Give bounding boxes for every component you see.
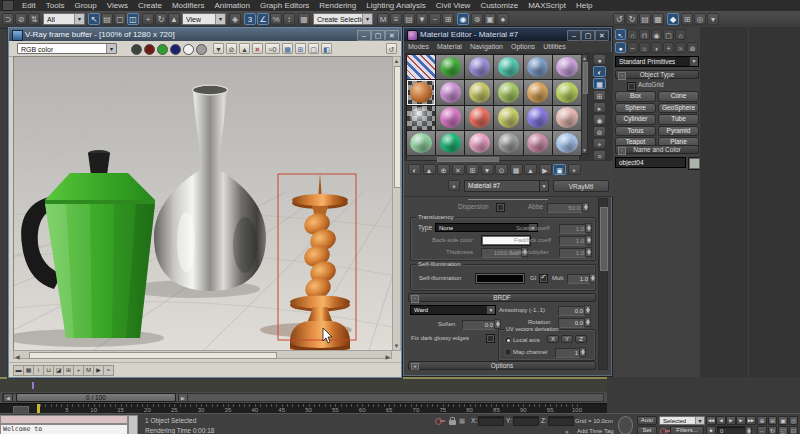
local-axis-radio[interactable] — [504, 336, 512, 344]
auto-key-button[interactable]: Auto — [637, 416, 657, 425]
previous-frame-button[interactable]: ◀ — [716, 416, 726, 425]
sample-uv-tiling-icon[interactable]: ⊞ — [593, 90, 606, 101]
scrollbar-thumb[interactable] — [29, 352, 277, 359]
select-and-scale-icon[interactable]: ▲ — [168, 13, 180, 25]
close-button[interactable]: ✕ — [385, 30, 399, 41]
save-image-icon[interactable]: ▼ — [213, 43, 224, 54]
monochrome-channel-button[interactable] — [196, 44, 207, 55]
material-swatch[interactable] — [553, 131, 581, 155]
abbe-spinner[interactable] — [582, 202, 589, 212]
material-swatch[interactable] — [494, 55, 522, 79]
map-channel-spinner[interactable] — [579, 347, 586, 357]
select-and-link-icon[interactable]: ⊃ — [2, 13, 14, 25]
dispersion-checkbox[interactable] — [496, 203, 505, 212]
set-key-button[interactable]: Set K... — [637, 426, 657, 434]
backlight-toggle-icon[interactable]: ◐ — [593, 66, 606, 77]
delete-image-icon[interactable]: ✕ — [252, 43, 263, 54]
primitive-button-tube[interactable]: Tube — [658, 114, 699, 125]
curve-editor-icon[interactable]: ~ — [429, 13, 441, 25]
material-type-button[interactable]: VRayMtl — [553, 180, 609, 192]
material-swatch[interactable] — [494, 106, 522, 130]
material-map-navigator-icon[interactable]: ≡ — [593, 150, 606, 161]
go-to-end-button[interactable]: ▶▶ — [746, 416, 756, 425]
selection-lock-key-icon[interactable] — [435, 418, 442, 425]
zoom-extents-icon[interactable]: ▣ — [778, 416, 788, 425]
region-render-icon[interactable]: ▢ — [308, 43, 319, 54]
schematic-view-icon[interactable]: ⊞ — [442, 13, 454, 25]
minimize-button[interactable]: – — [567, 30, 581, 41]
select-by-name-icon[interactable]: ▤ — [101, 13, 113, 25]
object-name-field[interactable]: object04 — [615, 157, 686, 168]
material-swatch[interactable] — [524, 131, 552, 155]
scatter-coeff-field[interactable]: 1.0 — [559, 224, 587, 234]
primitive-button-cylinder[interactable]: Cylinder — [615, 114, 656, 125]
me-menu-utilities[interactable]: Utilities — [539, 41, 570, 52]
pixel-information-icon[interactable]: ⊞ — [295, 43, 306, 54]
primitive-button-torus[interactable]: Torus — [615, 126, 656, 137]
rollover-arrow-icon[interactable]: ↺ — [386, 43, 397, 54]
put-material-to-scene-icon[interactable]: ▲ — [423, 164, 436, 175]
put-to-library-icon[interactable]: ▼ — [481, 164, 494, 175]
frame-spinner[interactable] — [745, 426, 752, 434]
material-swatch[interactable] — [494, 80, 522, 104]
material-name-dropdown[interactable]: Material #7 ▼ — [464, 180, 549, 192]
mult-field[interactable]: 1.0 — [567, 274, 591, 284]
material-swatch[interactable] — [494, 131, 522, 155]
menu-tools[interactable]: Tools — [41, 0, 70, 11]
menu-help[interactable]: Help — [571, 0, 597, 11]
scroll-left-icon[interactable]: ◀ — [15, 353, 20, 360]
smooth-filter-icon[interactable]: ≈ — [103, 365, 114, 376]
field-of-view-icon[interactable]: ◎ — [789, 416, 799, 425]
hierarchy-tab[interactable]: ⊓ — [639, 29, 650, 40]
zoom-all-icon[interactable]: ⊞ — [768, 416, 778, 425]
selection-filter-dropdown[interactable]: All▾ — [43, 13, 85, 25]
material-swatch[interactable] — [524, 55, 552, 79]
containers-toggle-icon[interactable]: ◆ — [667, 13, 679, 25]
menu-lighting-analysis[interactable]: Lighting Analysis — [361, 0, 431, 11]
layer-manager-icon[interactable]: ▤ — [403, 13, 415, 25]
maximize-button[interactable]: ▢ — [581, 30, 595, 41]
space-warps-category[interactable]: ≈ — [675, 42, 686, 53]
y-coord-field[interactable] — [513, 416, 539, 426]
redo-scene-operation-icon[interactable]: ↻ — [626, 13, 638, 25]
self-illumination-color-swatch[interactable] — [475, 273, 525, 284]
sample-type-sphere-icon[interactable]: ● — [593, 54, 606, 65]
autogrid-checkbox[interactable] — [627, 82, 636, 91]
listener-scrollbar[interactable] — [128, 415, 138, 434]
spinner-snap-toggle-icon[interactable]: ↕ — [283, 13, 295, 25]
assign-material-to-selection-icon[interactable]: ⊕ — [437, 164, 450, 175]
menu-create[interactable]: Create — [133, 0, 167, 11]
absolute-offset-toggle[interactable]: ▦ — [459, 417, 465, 425]
menu-graph-editors[interactable]: Graph Editors — [255, 0, 314, 11]
material-swatch[interactable] — [465, 55, 493, 79]
material-swatch[interactable] — [436, 131, 464, 155]
mirror-icon[interactable]: M — [377, 13, 389, 25]
scroll-down-icon[interactable]: ▼ — [582, 147, 587, 153]
cameras-category[interactable]: ◗ — [651, 42, 662, 53]
primitive-category-dropdown[interactable]: Standard Primitives ▼ — [615, 56, 699, 67]
mult-spinner[interactable] — [589, 273, 596, 283]
application-icon[interactable] — [2, 0, 14, 11]
parameters-scrollbar[interactable] — [598, 198, 608, 370]
zoom-icon[interactable]: ⊕ — [757, 416, 767, 425]
maxscript-mini-listener[interactable]: Welcome to — [0, 424, 128, 434]
material-swatch[interactable] — [553, 80, 581, 104]
soften-spinner[interactable] — [494, 319, 501, 329]
undo-scene-operation-icon[interactable]: ↺ — [613, 13, 625, 25]
rotation-spinner[interactable] — [584, 317, 591, 327]
clear-image-icon[interactable]: ⊘ — [226, 43, 237, 54]
menu-customize[interactable]: Customize — [475, 0, 523, 11]
material-swatch[interactable] — [465, 131, 493, 155]
align-icon[interactable]: ≡ — [390, 13, 402, 25]
primitive-button-geosphere[interactable]: GeoSphere — [658, 103, 699, 114]
material-swatch[interactable] — [465, 80, 493, 104]
scroll-down-icon[interactable]: ▼ — [393, 343, 400, 349]
me-menu-modes[interactable]: Modes — [404, 41, 433, 52]
systems-category[interactable]: ⊚ — [687, 42, 698, 53]
material-swatch[interactable] — [524, 80, 552, 104]
material-swatch[interactable] — [436, 55, 464, 79]
primitive-button-cone[interactable]: Cone — [658, 91, 699, 102]
material-swatch[interactable] — [436, 80, 464, 104]
pick-material-from-object-icon[interactable]: ⌖ — [568, 164, 581, 175]
slots-vertical-scrollbar[interactable]: ▲ ▼ — [581, 54, 588, 154]
